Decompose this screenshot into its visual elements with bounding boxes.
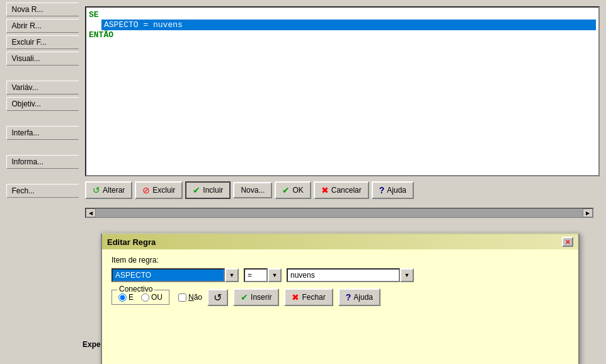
help-icon: ? bbox=[379, 185, 385, 195]
fechar-x-icon: ✖ bbox=[292, 292, 299, 302]
sidebar-informal-button[interactable]: Informa... bbox=[6, 155, 88, 169]
value-dropdown-arrow[interactable]: ▼ bbox=[400, 268, 414, 282]
ajuda-dialog-button[interactable]: ? Ajuda bbox=[338, 288, 380, 306]
radio-e-input[interactable] bbox=[118, 293, 127, 302]
editar-regra-dialog: Editar Regra ✕ Item de regra: ▼ ▼ ▼ bbox=[101, 233, 580, 364]
value-input[interactable] bbox=[287, 268, 400, 282]
operator-selector-wrapper: ▼ bbox=[244, 268, 282, 282]
incluir-button[interactable]: ✔ Incluir bbox=[185, 181, 231, 199]
dialog-titlebar: Editar Regra ✕ bbox=[102, 234, 578, 249]
sidebar-abrir-regra-button[interactable]: Abrir R... bbox=[6, 19, 88, 33]
alterar-button[interactable]: ↺ Alterar bbox=[85, 181, 132, 199]
radio-ou-text: OU bbox=[151, 293, 163, 302]
conectivo-legend: Conectivo bbox=[117, 285, 154, 293]
dialog-action-row: Conectivo E OU NNãoão bbox=[111, 288, 569, 306]
fechar-dialog-button[interactable]: ✖ Fechar bbox=[284, 288, 333, 306]
value-selector-wrapper: ▼ bbox=[287, 268, 414, 282]
sidebar-visualizar-button[interactable]: Visuali... bbox=[6, 52, 88, 65]
radio-e-label[interactable]: E bbox=[118, 293, 134, 302]
dialog-body: Item de regra: ▼ ▼ ▼ Conectivo bbox=[102, 249, 578, 312]
inserir-check-icon: ✔ bbox=[241, 292, 248, 302]
rule-se-line: SE bbox=[89, 10, 596, 20]
rule-toolbar: ↺ Alterar ⊘ Excluir ✔ Incluir Nova... ✔ … bbox=[85, 181, 600, 199]
radio-ou-label[interactable]: OU bbox=[141, 293, 163, 302]
sidebar-interface-button[interactable]: Interfa... bbox=[6, 126, 88, 140]
rule-display-area[interactable]: SE ASPECTO = nuvens ENTÃO bbox=[85, 6, 600, 176]
scroll-track[interactable] bbox=[96, 208, 583, 217]
refresh-dialog-button[interactable]: ↺ bbox=[207, 289, 228, 306]
cancelar-button[interactable]: ✖ Cancelar bbox=[314, 181, 369, 199]
dialog-field-row: ▼ ▼ ▼ bbox=[111, 268, 569, 282]
nao-checkbox-label[interactable]: NNãoão bbox=[178, 293, 202, 302]
conectivo-group: Conectivo E OU bbox=[111, 290, 169, 305]
dialog-title: Editar Regra bbox=[107, 237, 156, 247]
operator-dropdown-arrow[interactable]: ▼ bbox=[268, 268, 282, 282]
sidebar-objetivos-button[interactable]: Objetiv... bbox=[6, 97, 88, 111]
ok-check-icon: ✔ bbox=[282, 185, 290, 195]
sidebar-excluir-regra-button[interactable]: Excluir F... bbox=[6, 35, 88, 49]
ajuda-q-icon: ? bbox=[346, 292, 352, 302]
operator-input[interactable] bbox=[244, 268, 268, 282]
field-selector-wrapper: ▼ bbox=[111, 268, 239, 282]
radio-e-text: E bbox=[129, 293, 134, 302]
refresh-dialog-icon: ↺ bbox=[214, 292, 222, 304]
field-dropdown-arrow[interactable]: ▼ bbox=[225, 268, 239, 282]
sidebar-variaveis-button[interactable]: Variáv... bbox=[6, 81, 88, 94]
rule-condition-line: ASPECTO = nuvens bbox=[89, 20, 596, 30]
radio-ou-input[interactable] bbox=[141, 293, 149, 302]
dialog-close-button[interactable]: ✕ bbox=[562, 237, 573, 247]
excluir-button[interactable]: ⊘ Excluir bbox=[135, 181, 183, 199]
no-icon: ⊘ bbox=[142, 185, 150, 195]
scroll-right-arrow[interactable]: ▶ bbox=[583, 208, 593, 217]
check-icon: ✔ bbox=[193, 185, 200, 195]
ok-button[interactable]: ✔ OK bbox=[275, 181, 311, 199]
conectivo-radio-group: E OU bbox=[118, 293, 163, 302]
sidebar-fechar-button[interactable]: Fech... bbox=[6, 184, 88, 198]
nova-button[interactable]: Nova... bbox=[233, 182, 272, 198]
field-input[interactable] bbox=[111, 268, 225, 282]
inserir-button[interactable]: ✔ Inserir bbox=[233, 288, 279, 306]
horizontal-scrollbar[interactable]: ◀ ▶ bbox=[85, 208, 593, 218]
sidebar-nova-regra-button[interactable]: Nova R... bbox=[6, 3, 88, 16]
ajuda-button[interactable]: ? Ajuda bbox=[372, 181, 414, 199]
rule-entao-line: ENTÃO bbox=[89, 30, 596, 40]
nao-label-text: NNãoão bbox=[188, 293, 202, 302]
cancel-x-icon: ✖ bbox=[321, 185, 329, 195]
refresh-icon: ↺ bbox=[93, 185, 100, 195]
scroll-left-arrow[interactable]: ◀ bbox=[86, 208, 96, 217]
item-regra-label: Item de regra: bbox=[111, 256, 569, 264]
nao-checkbox[interactable] bbox=[178, 293, 186, 302]
